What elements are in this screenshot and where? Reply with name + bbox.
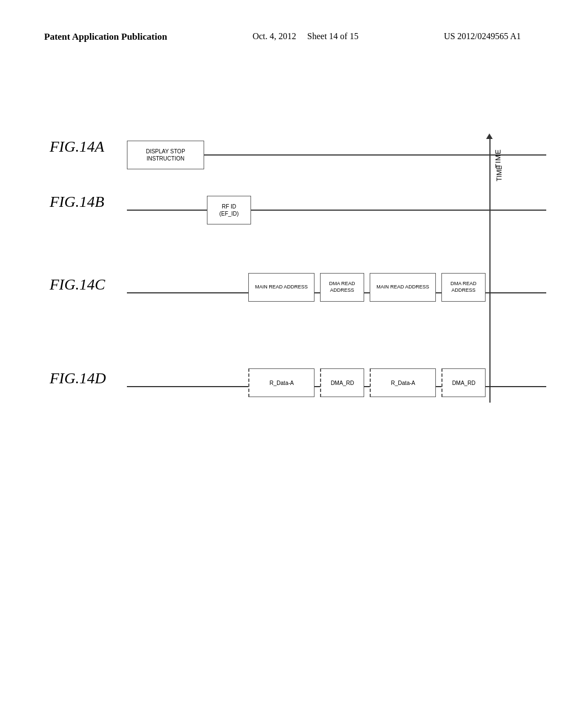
time-text: TIME xyxy=(495,165,503,181)
publication-title: Patent Application Publication xyxy=(44,30,167,44)
patent-number: US 2012/0249565 A1 xyxy=(444,30,521,42)
main-read-address-box-1: MAIN READ ADDRESS xyxy=(248,273,315,302)
dma-rd-box-1: DMA_RD xyxy=(320,368,364,397)
time-arrow-head xyxy=(486,133,493,139)
rf-id-text: RF ID(EF_ID) xyxy=(220,203,239,217)
r-data-a-box-2: R_Data-A xyxy=(370,368,436,397)
display-stop-instruction-text: DISPLAY STOPINSTRUCTION xyxy=(146,148,185,162)
fig-14c-label: FIG.14C xyxy=(50,276,105,293)
dma-read-address-box-2: DMA READADDRESS xyxy=(441,273,486,302)
publication-date: Oct. 4, 2012 xyxy=(253,31,296,41)
r-data-a-box-1: R_Data-A xyxy=(248,368,315,397)
date-sheet: Oct. 4, 2012 Sheet 14 of 15 xyxy=(253,30,359,42)
main-read-address-box-2: MAIN READ ADDRESS xyxy=(370,273,436,302)
dma-read-address-box-1: DMA READADDRESS xyxy=(320,273,364,302)
diagram-area: FIG.14A FIG.14B FIG.14C FIG.14D DISPLAY … xyxy=(33,83,552,700)
fig-14b-label: FIG.14B xyxy=(50,193,104,211)
main-read-address-text-2: MAIN READ ADDRESS xyxy=(376,284,429,291)
dma-rd-box-2: DMA_RD xyxy=(441,368,486,397)
dma-read-address-text-1: DMA READADDRESS xyxy=(329,281,355,293)
dma-rd-text-1: DMA_RD xyxy=(331,379,354,387)
fig-14d-label: FIG.14D xyxy=(50,370,106,387)
display-stop-instruction-box: DISPLAY STOPINSTRUCTION xyxy=(127,141,204,169)
rf-id-box: RF ID(EF_ID) xyxy=(207,196,251,224)
fig-14a-label: FIG.14A xyxy=(50,138,104,156)
dma-rd-text-2: DMA_RD xyxy=(452,379,475,387)
timeline-row-b xyxy=(127,210,546,211)
r-data-a-text-1: R_Data-A xyxy=(270,379,294,387)
dma-read-address-text-2: DMA READADDRESS xyxy=(450,281,476,293)
time-arrow-line xyxy=(489,138,491,403)
page-header: Patent Application Publication Oct. 4, 2… xyxy=(0,30,565,44)
r-data-a-text-2: R_Data-A xyxy=(391,379,415,387)
sheet-number: Sheet 14 of 15 xyxy=(307,31,359,41)
main-read-address-text-1: MAIN READ ADDRESS xyxy=(255,284,308,291)
